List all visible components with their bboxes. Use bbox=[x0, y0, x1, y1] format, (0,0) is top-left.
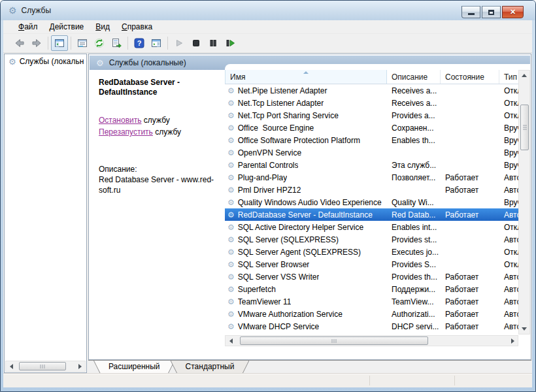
table-row[interactable]: ⚙Pml Driver HPZ12РаботаетАвтом bbox=[225, 184, 518, 196]
table-row[interactable]: ⚙SQL Server BrowserProvides S...Откл bbox=[225, 258, 518, 270]
table-row[interactable]: ⚙VMware DHCP ServiceDHCP servi...Работае… bbox=[225, 320, 518, 333]
scroll-up-icon[interactable] bbox=[519, 71, 529, 80]
back-arrow-icon bbox=[14, 38, 25, 48]
service-status: Работает bbox=[441, 285, 499, 294]
tab-standard[interactable]: Стандартный bbox=[171, 361, 250, 374]
table-row[interactable]: ⚙TeamViewer 11TeamView...РаботаетАвтом bbox=[225, 295, 518, 308]
tab-extended[interactable]: Расширенный bbox=[93, 361, 175, 374]
title-bar[interactable]: ⚙ Службы ✕ bbox=[1, 1, 535, 20]
service-name-cell: ⚙SQL Server VSS Writer bbox=[225, 272, 387, 282]
service-startup-type: Откл bbox=[499, 111, 518, 120]
show-action-pane-button[interactable] bbox=[148, 35, 165, 51]
tree-scroll-thumb[interactable] bbox=[19, 362, 66, 370]
table-row[interactable]: ⚙VMware Authorization ServiceAuthorizati… bbox=[225, 308, 518, 320]
table-row[interactable]: ⚙Office Software Protection PlatformEnab… bbox=[225, 134, 518, 146]
stop-icon bbox=[191, 38, 201, 48]
refresh-button[interactable] bbox=[91, 35, 108, 51]
service-startup-type: Вруч bbox=[499, 148, 518, 157]
menu-view[interactable]: Вид bbox=[90, 21, 116, 33]
table-row[interactable]: ⚙RedDatabase Server - DefaultInstanceRed… bbox=[225, 208, 518, 221]
service-startup-type: Откл bbox=[499, 86, 518, 95]
service-status: Работает bbox=[441, 272, 499, 282]
restore-button[interactable] bbox=[482, 6, 501, 18]
status-separator bbox=[454, 376, 455, 385]
menu-action[interactable]: Действие bbox=[44, 21, 90, 33]
table-row[interactable]: ⚙SQL Server VSS WriterProvides th...Рабо… bbox=[225, 270, 518, 283]
stop-service-link[interactable]: Остановить bbox=[99, 116, 142, 125]
service-name: Superfetch bbox=[238, 285, 276, 294]
service-startup-type: Автом bbox=[499, 186, 518, 195]
window-controls: ✕ bbox=[460, 6, 524, 18]
table-row[interactable]: ⚙VMware NAT ServiceNetwork a...РаботаетА… bbox=[225, 333, 518, 335]
service-description: Provides st... bbox=[387, 235, 441, 244]
pause-service-button[interactable] bbox=[205, 35, 222, 51]
tree-horizontal-scrollbar[interactable] bbox=[5, 361, 86, 372]
table-row[interactable]: ⚙Office Source EngineСохранен...Вруч bbox=[225, 122, 518, 134]
export-list-button[interactable] bbox=[108, 35, 125, 51]
toolbar-separator bbox=[127, 37, 128, 50]
list-horizontal-scrollbar[interactable] bbox=[225, 335, 518, 346]
service-status: Работает bbox=[441, 310, 499, 319]
service-name: VMware Authorization Service bbox=[238, 310, 343, 319]
table-row[interactable]: ⚙Net.Tcp Port Sharing ServiceProvides a.… bbox=[225, 109, 518, 122]
scroll-right-icon[interactable] bbox=[75, 361, 85, 371]
list-vscroll-thumb[interactable] bbox=[520, 105, 529, 150]
scroll-left-icon[interactable] bbox=[226, 336, 236, 346]
column-header-name[interactable]: Имя bbox=[225, 70, 387, 84]
table-row[interactable]: ⚙Parental ControlsЭта служб...Вруч bbox=[225, 159, 518, 171]
status-bar bbox=[3, 373, 532, 387]
menu-help[interactable]: Справка bbox=[116, 21, 158, 33]
forward-button[interactable] bbox=[28, 35, 45, 51]
column-header-description[interactable]: Описание bbox=[387, 70, 441, 84]
service-gear-icon: ⚙ bbox=[227, 310, 235, 318]
service-name: Net.Tcp Listener Adapter bbox=[238, 99, 324, 108]
service-name-cell: ⚙VMware NAT Service bbox=[225, 335, 387, 335]
pane-header-label: Службы (локальные) bbox=[109, 58, 186, 67]
service-name-cell: ⚙Pml Driver HPZ12 bbox=[225, 186, 387, 195]
scroll-right-icon[interactable] bbox=[507, 336, 518, 346]
list-vertical-scrollbar[interactable] bbox=[518, 70, 530, 335]
properties-button[interactable] bbox=[74, 35, 91, 51]
table-row[interactable]: ⚙Net.Pipe Listener AdapterReceives a...О… bbox=[225, 84, 518, 97]
service-startup-type: Автом bbox=[499, 297, 518, 306]
service-description: Сохранен... bbox=[387, 123, 441, 133]
close-button[interactable]: ✕ bbox=[502, 6, 524, 18]
service-name: Plug-and-Play bbox=[238, 173, 287, 182]
help-button[interactable]: ? bbox=[131, 35, 148, 51]
show-console-tree-button[interactable] bbox=[51, 35, 68, 51]
service-name-cell: ⚙SQL Server (SQLEXPRESS) bbox=[225, 235, 387, 244]
table-row[interactable]: ⚙SQL Server Agent (SQLEXPRESS)Executes j… bbox=[225, 246, 518, 258]
service-description: DHCP servi... bbox=[387, 322, 441, 331]
minimize-button[interactable] bbox=[461, 6, 480, 18]
menu-file[interactable]: Файл bbox=[12, 21, 44, 33]
table-row[interactable]: ⚙Quality Windows Audio Video ExperienceQ… bbox=[225, 196, 518, 208]
service-description: Поддержи... bbox=[387, 285, 441, 294]
tree-item-services-local[interactable]: ⚙ Службы (локальн bbox=[5, 54, 86, 67]
stop-service-button[interactable] bbox=[188, 35, 205, 51]
service-gear-icon: ⚙ bbox=[227, 137, 235, 144]
column-header-startup-type[interactable]: Тип з bbox=[499, 70, 518, 84]
restart-service-link[interactable]: Перезапустить bbox=[99, 127, 153, 137]
list-hscroll-thumb[interactable] bbox=[240, 336, 428, 345]
scroll-down-icon[interactable] bbox=[519, 324, 529, 334]
service-gear-icon: ⚙ bbox=[227, 211, 235, 219]
service-name-cell: ⚙Quality Windows Audio Video Experience bbox=[225, 198, 387, 207]
service-startup-type: Вруч bbox=[499, 136, 518, 145]
service-gear-icon: ⚙ bbox=[227, 186, 235, 194]
restart-service-button[interactable] bbox=[222, 35, 239, 51]
scroll-left-icon[interactable] bbox=[6, 361, 16, 371]
service-startup-type: Откл bbox=[499, 260, 518, 269]
service-gear-icon: ⚙ bbox=[227, 236, 235, 244]
service-name: Office Source Engine bbox=[238, 123, 314, 133]
table-row[interactable]: ⚙SQL Server (SQLEXPRESS)Provides st...Ав… bbox=[225, 233, 518, 246]
table-row[interactable]: ⚙SQL Active Directory Helper ServiceEnab… bbox=[225, 221, 518, 233]
back-button[interactable] bbox=[11, 35, 28, 51]
service-status: Работает bbox=[441, 210, 499, 220]
table-row[interactable]: ⚙OpenVPN ServiceВруч bbox=[225, 146, 518, 159]
table-row[interactable]: ⚙Net.Tcp Listener AdapterReceives a...От… bbox=[225, 97, 518, 109]
table-row[interactable]: ⚙SuperfetchПоддержи...РаботаетАвтом bbox=[225, 283, 518, 295]
service-gear-icon: ⚙ bbox=[227, 87, 235, 95]
start-service-button[interactable] bbox=[171, 35, 188, 51]
table-row[interactable]: ⚙Plug-and-PlayПозволяет...РаботаетАвтом bbox=[225, 171, 518, 184]
column-header-status[interactable]: Состояние bbox=[441, 70, 499, 84]
